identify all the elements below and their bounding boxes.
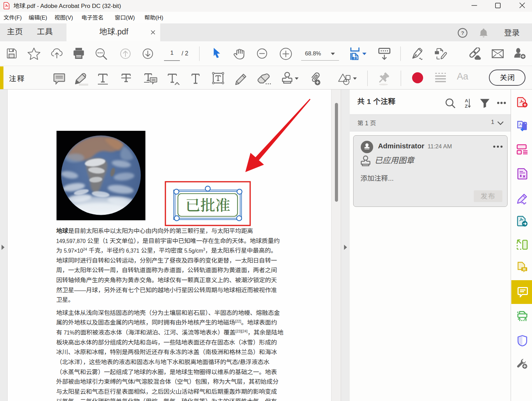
svg-text:A: A — [465, 98, 468, 103]
svg-text:?: ? — [461, 30, 464, 36]
svg-text:Z: Z — [465, 104, 468, 109]
svg-text:已批准: 已批准 — [185, 193, 231, 215]
